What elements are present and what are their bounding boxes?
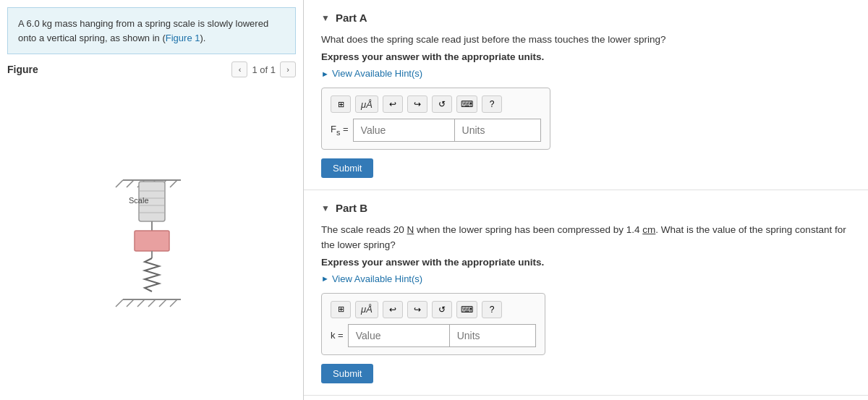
part-a-undo-btn[interactable]: ↩	[383, 95, 403, 113]
part-b-input-row: k =	[331, 324, 536, 347]
part-a-instruction: Express your answer with the appropriate…	[321, 51, 851, 62]
part-a-help-btn[interactable]: ?	[482, 95, 502, 113]
part-a-submit-button[interactable]: Submit	[321, 158, 373, 178]
part-a-redo-btn[interactable]: ↪	[407, 95, 427, 113]
part-a-collapse-arrow[interactable]: ▼	[321, 13, 330, 23]
part-b-units-input[interactable]	[449, 324, 536, 347]
svg-line-18	[127, 299, 134, 307]
part-a-label: Part A	[336, 12, 367, 24]
part-b-keyboard-btn[interactable]: ⌨	[456, 301, 477, 318]
right-panel: ▼ Part A What does the spring scale read…	[304, 0, 868, 400]
svg-line-19	[137, 299, 145, 307]
part-a-value-input[interactable]	[353, 119, 454, 142]
part-a-keyboard-btn[interactable]: ⌨	[456, 95, 477, 113]
part-b-toolbar: ⊞ μÅ ↩ ↪ ↺ ⌨ ?	[331, 301, 536, 318]
part-a-grid-btn[interactable]: ⊞	[331, 95, 351, 113]
part-a-section: ▼ Part A What does the spring scale read…	[304, 0, 868, 190]
svg-rect-14	[135, 231, 169, 251]
part-b-label: Part B	[336, 202, 367, 214]
part-b-collapse-arrow[interactable]: ▼	[321, 203, 330, 213]
part-b-header: ▼ Part B	[321, 202, 851, 214]
part-b-hint-arrow-icon: ►	[321, 274, 329, 283]
figure-header: Figure ‹ 1 of 1 ›	[7, 61, 296, 77]
part-a-input-row: Fs =	[331, 119, 541, 142]
spring-figure-svg: Scale	[80, 166, 224, 310]
part-b-question: The scale reads 20 N when the lower spri…	[321, 223, 851, 252]
svg-line-2	[127, 180, 134, 187]
figure-prev-button[interactable]: ‹	[231, 61, 247, 77]
left-panel: A 6.0 kg mass hanging from a spring scal…	[0, 0, 304, 400]
figure-next-button[interactable]: ›	[280, 61, 296, 77]
svg-line-6	[170, 180, 177, 187]
problem-description: A 6.0 kg mass hanging from a spring scal…	[7, 7, 296, 54]
part-a-answer-box: ⊞ μÅ ↩ ↪ ↺ ⌨ ? Fs =	[321, 88, 550, 150]
part-b-input-label: k =	[331, 330, 344, 341]
figure-section: Figure ‹ 1 of 1 ›	[0, 54, 303, 400]
part-b-hint-link[interactable]: ► View Available Hint(s)	[321, 273, 851, 284]
part-a-mua-btn[interactable]: μÅ	[355, 95, 378, 113]
svg-line-17	[116, 299, 123, 307]
part-b-hint-text: View Available Hint(s)	[332, 273, 422, 284]
figure-title: Figure	[7, 64, 38, 75]
svg-line-20	[148, 299, 156, 307]
svg-line-1	[116, 180, 123, 187]
part-a-header: ▼ Part A	[321, 12, 851, 24]
part-b-answer-box: ⊞ μÅ ↩ ↪ ↺ ⌨ ? k =	[321, 293, 545, 355]
part-b-mua-btn[interactable]: μÅ	[355, 301, 378, 318]
svg-line-21	[159, 299, 166, 307]
part-b-grid-btn[interactable]: ⊞	[331, 301, 351, 318]
problem-text-before: A 6.0 kg mass hanging from a spring scal…	[18, 18, 268, 43]
svg-line-22	[170, 299, 177, 307]
part-a-toolbar: ⊞ μÅ ↩ ↪ ↺ ⌨ ?	[331, 95, 541, 113]
part-b-submit-button[interactable]: Submit	[321, 364, 373, 383]
part-a-hint-text: View Available Hint(s)	[332, 68, 422, 79]
part-a-input-label: Fs =	[331, 124, 349, 137]
part-b-instruction: Express your answer with the appropriate…	[321, 257, 851, 268]
part-a-refresh-btn[interactable]: ↺	[432, 95, 452, 113]
part-b-help-btn[interactable]: ?	[482, 301, 502, 318]
part-a-units-input[interactable]	[454, 119, 541, 142]
part-b-refresh-btn[interactable]: ↺	[432, 301, 452, 318]
problem-text-after: ).	[200, 33, 205, 43]
figure-page: 1 of 1	[252, 64, 276, 75]
figure-image-area: Scale	[7, 83, 296, 393]
figure-link[interactable]: Figure 1	[166, 33, 200, 43]
hint-arrow-icon: ►	[321, 69, 329, 78]
part-a-question: What does the spring scale read just bef…	[321, 33, 851, 47]
part-b-undo-btn[interactable]: ↩	[383, 301, 403, 318]
part-b-redo-btn[interactable]: ↪	[407, 301, 427, 318]
svg-text:Scale: Scale	[129, 196, 149, 205]
part-a-hint-link[interactable]: ► View Available Hint(s)	[321, 68, 851, 79]
figure-nav-controls: ‹ 1 of 1 ›	[231, 61, 296, 77]
part-b-value-input[interactable]	[348, 324, 449, 347]
part-b-section: ▼ Part B The scale reads 20 N when the l…	[304, 190, 868, 396]
